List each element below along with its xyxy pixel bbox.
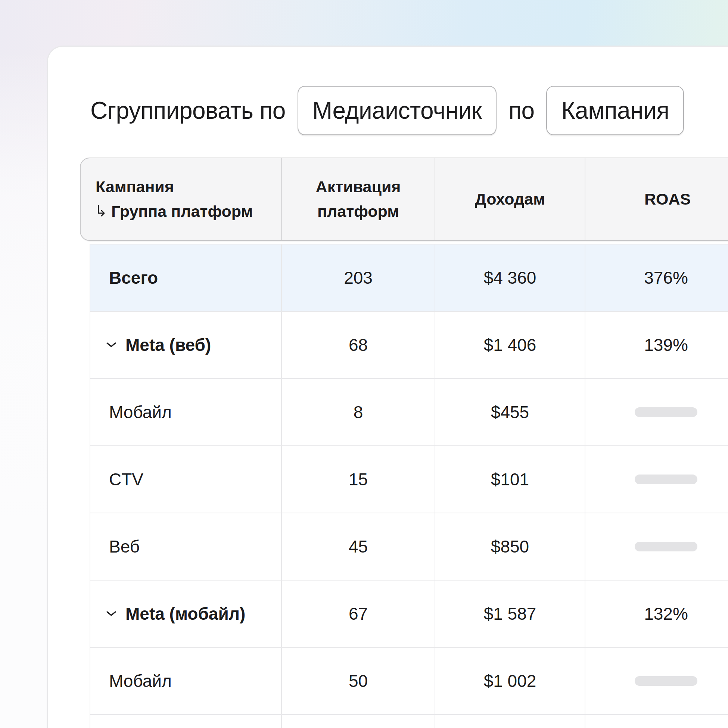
column-header-campaign-line2: Группа платформ bbox=[96, 199, 253, 223]
group-by-controls: Сгруппировать по Медиаисточник по Кампан… bbox=[90, 86, 684, 135]
row-label: Мобайл bbox=[90, 379, 281, 445]
roas-cell: 139% bbox=[585, 312, 728, 378]
column-header-campaign-line1: Кампания bbox=[96, 175, 174, 199]
roas-cell: 376% bbox=[585, 245, 728, 311]
row-label: Всего bbox=[90, 245, 281, 311]
secondary-group-button[interactable]: Кампания bbox=[546, 86, 684, 135]
revenue-cell: $1 587 bbox=[434, 581, 585, 647]
roas-cell bbox=[585, 379, 728, 445]
roas-cell: 132% bbox=[585, 581, 728, 647]
revenue-cell: $850 bbox=[434, 513, 585, 580]
table-row-partial bbox=[90, 715, 728, 728]
roas-cell bbox=[585, 513, 728, 580]
activation-cell: 67 bbox=[281, 581, 434, 647]
activation-cell: 50 bbox=[281, 648, 434, 714]
roas-cell bbox=[585, 715, 728, 728]
screen: Сгруппировать по Медиаисточник по Кампан… bbox=[0, 0, 728, 728]
roas-placeholder-pill bbox=[635, 542, 697, 551]
chevron-down-icon[interactable] bbox=[106, 342, 116, 348]
row-label: Meta (мобайл) bbox=[90, 581, 281, 647]
activation-cell: 203 bbox=[281, 245, 434, 311]
table-row-mobile: Мобайл 8 $455 bbox=[90, 379, 728, 446]
roas-placeholder-pill bbox=[635, 474, 697, 484]
table-row-group-meta-web[interactable]: Meta (веб) 68 $1 406 139% bbox=[90, 312, 728, 379]
table-row-ctv: CTV 15 $101 bbox=[90, 446, 728, 513]
primary-group-button[interactable]: Медиаисточник bbox=[298, 86, 497, 135]
revenue-cell bbox=[434, 715, 585, 728]
revenue-cell: $1 406 bbox=[434, 312, 585, 378]
revenue-cell: $101 bbox=[434, 446, 585, 512]
column-header-campaign: Кампания Группа платформ bbox=[81, 158, 281, 240]
table-row-web: Веб 45 $850 bbox=[90, 513, 728, 581]
table-row-mobile-2: Мобайл 50 $1 002 bbox=[90, 648, 728, 715]
sub-level-arrow-icon bbox=[96, 205, 107, 218]
roas-placeholder-pill bbox=[635, 407, 697, 417]
row-label: Meta (веб) bbox=[90, 312, 281, 378]
column-header-revenue: Доходам bbox=[434, 158, 585, 240]
roas-placeholder-pill bbox=[635, 676, 697, 686]
activation-cell: 68 bbox=[281, 312, 434, 378]
activation-cell: 45 bbox=[281, 513, 434, 580]
group-by-connector: по bbox=[508, 97, 534, 124]
roas-cell bbox=[585, 446, 728, 512]
activation-cell bbox=[281, 715, 434, 728]
table-header: Кампания Группа платформ Активация платф… bbox=[80, 158, 728, 241]
roas-cell bbox=[585, 648, 728, 714]
activation-cell: 15 bbox=[281, 446, 434, 512]
group-by-label: Сгруппировать по bbox=[90, 97, 286, 124]
revenue-cell: $4 360 bbox=[434, 245, 585, 311]
revenue-cell: $455 bbox=[434, 379, 585, 445]
table-body: Всего 203 $4 360 376% Meta (веб) 68 $1 4… bbox=[90, 244, 728, 728]
row-label bbox=[90, 715, 281, 728]
column-header-roas: ROAS bbox=[585, 158, 728, 240]
chevron-down-icon[interactable] bbox=[106, 610, 116, 617]
row-label: Веб bbox=[90, 513, 281, 580]
table-row-group-meta-mobile[interactable]: Meta (мобайл) 67 $1 587 132% bbox=[90, 581, 728, 648]
revenue-cell: $1 002 bbox=[434, 648, 585, 714]
column-header-activation: Активация платформ bbox=[281, 158, 434, 240]
row-label: CTV bbox=[90, 446, 281, 512]
row-label: Мобайл bbox=[90, 648, 281, 714]
table-row-total: Всего 203 $4 360 376% bbox=[90, 245, 728, 312]
activation-cell: 8 bbox=[281, 379, 434, 445]
